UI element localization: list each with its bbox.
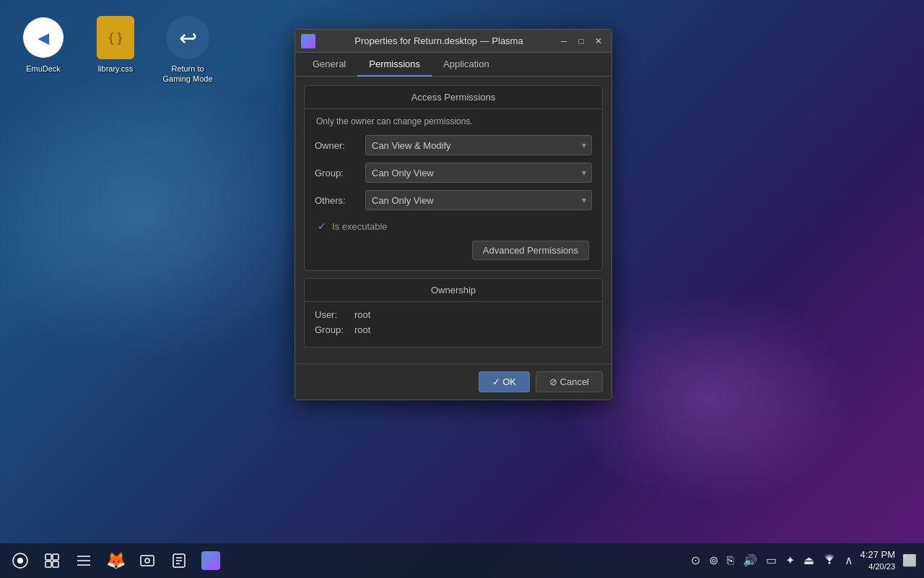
taskbar-icon-screenshot[interactable] xyxy=(133,546,162,575)
notes-icon xyxy=(171,553,187,569)
others-permission-select[interactable]: Can View & Modify Can Only View Forbidde… xyxy=(365,190,592,210)
desktop-icon-emudeck[interactable]: ◂ EmuDeck xyxy=(14,14,72,85)
screenshot-icon xyxy=(139,553,155,569)
executable-label: Is executable xyxy=(332,221,388,232)
taskbar-left: 🦊 xyxy=(6,546,225,575)
svg-rect-2 xyxy=(45,554,51,560)
plasma-taskbar-icon xyxy=(201,551,220,570)
taskbar-volume-icon[interactable]: 🔊 xyxy=(741,552,759,569)
others-select-wrapper: Can View & Modify Can Only View Forbidde… xyxy=(365,190,592,210)
svg-rect-4 xyxy=(45,561,51,567)
owner-permission-row: Owner: Can View & Modify Can Only View F… xyxy=(315,135,592,155)
group-permission-select[interactable]: Can View & Modify Can Only View Forbidde… xyxy=(365,163,592,183)
cancel-button[interactable]: ⊘ Cancel xyxy=(536,371,603,392)
library-css-icon-label: library.css xyxy=(98,64,134,74)
clock-date: 4/20/23 xyxy=(860,561,895,572)
taskbar: 🦊 ⊙ ⊚ ⎘ xyxy=(0,543,924,578)
advanced-permissions-button[interactable]: Advanced Permissions xyxy=(472,241,589,260)
svg-rect-5 xyxy=(53,561,58,567)
taskbar-icon-files[interactable] xyxy=(69,546,98,575)
emudeck-icon-inner: ◂ xyxy=(23,17,64,58)
taskbar-clock[interactable]: 4:27 PM 4/20/23 xyxy=(860,548,895,573)
dialog-controls: ─ □ ✕ xyxy=(557,34,606,48)
files-icon xyxy=(75,552,92,569)
steam-icon xyxy=(12,552,29,569)
tab-general[interactable]: General xyxy=(301,53,357,77)
tab-application[interactable]: Application xyxy=(432,53,501,77)
ownership-panel: Ownership User: root Group: root xyxy=(304,278,603,348)
ownership-title: Ownership xyxy=(305,279,602,302)
owner-label: Owner: xyxy=(315,140,365,151)
taskbar-icon-steam[interactable] xyxy=(6,546,35,575)
svg-point-9 xyxy=(828,561,830,564)
svg-rect-3 xyxy=(53,554,58,560)
owner-select-wrapper: Can View & Modify Can Only View Forbidde… xyxy=(365,135,592,155)
svg-point-7 xyxy=(145,558,149,563)
dialog-minimize-button[interactable]: ─ xyxy=(557,34,571,48)
taskbar-right: ⊙ ⊚ ⎘ 🔊 ▭ ✦ ⏏ ∧ 4:27 PM 4/20/23 ⬜ xyxy=(689,548,918,573)
dialog-content: Access Permissions Only the owner can ch… xyxy=(295,77,611,363)
access-permissions-title: Access Permissions xyxy=(305,86,602,109)
advanced-permissions-row: Advanced Permissions xyxy=(315,235,592,263)
desktop-icon-return-gaming[interactable]: ↩ Return toGaming Mode xyxy=(159,14,217,85)
desktop-icon-library-css[interactable]: library.css xyxy=(87,14,144,85)
group-ownership-row: Group: root xyxy=(315,324,592,335)
dialog-close-button[interactable]: ✕ xyxy=(591,34,606,48)
discover-icon xyxy=(43,552,61,569)
properties-dialog: Properties for Return.desktop — Plasma ─… xyxy=(295,29,612,400)
taskbar-clipboard-icon[interactable]: ⎘ xyxy=(725,553,736,569)
others-permission-row: Others: Can View & Modify Can Only View … xyxy=(315,190,592,210)
dialog-app-icon xyxy=(301,34,315,48)
library-css-icon-image xyxy=(92,14,139,61)
taskbar-expand-icon[interactable]: ∧ xyxy=(843,552,855,569)
emudeck-icon-label: EmuDeck xyxy=(26,64,61,74)
user-ownership-value: root xyxy=(354,309,370,320)
dialog-tabs: General Permissions Application xyxy=(295,53,611,77)
taskbar-icon-plasma[interactable] xyxy=(196,546,225,575)
access-permissions-body: Only the owner can change permissions. O… xyxy=(305,109,602,270)
others-label: Others: xyxy=(315,195,365,206)
group-ownership-label: Group: xyxy=(315,324,354,335)
return-gaming-icon-label: Return toGaming Mode xyxy=(162,64,212,85)
svg-point-1 xyxy=(17,558,23,564)
emudeck-icon-shape: ◂ xyxy=(23,17,64,58)
dialog-title: Properties for Return.desktop — Plasma xyxy=(321,35,557,46)
taskbar-steam-sys-icon[interactable]: ⊙ xyxy=(689,552,702,569)
emudeck-icon-image: ◂ xyxy=(20,14,66,61)
taskbar-audio-settings-icon[interactable]: ⊚ xyxy=(707,552,720,569)
dialog-buttons: ✓ OK ⊘ Cancel xyxy=(295,363,611,400)
user-ownership-row: User: root xyxy=(315,309,592,320)
taskbar-icon-firefox[interactable]: 🦊 xyxy=(101,546,130,575)
executable-checkmark-icon: ✓ xyxy=(318,220,326,232)
group-label: Group: xyxy=(315,168,365,178)
desktop-icons-container: ◂ EmuDeck library.css ↩ Return toGaming … xyxy=(14,14,217,85)
taskbar-icon-discover[interactable] xyxy=(38,546,66,575)
dialog-titlebar: Properties for Return.desktop — Plasma ─… xyxy=(295,30,611,53)
taskbar-bluetooth-icon[interactable]: ✦ xyxy=(784,552,796,569)
return-gaming-icon-image: ↩ xyxy=(165,14,211,61)
taskbar-screen-icon[interactable]: ⬜ xyxy=(901,552,918,569)
user-ownership-label: User: xyxy=(315,309,354,320)
owner-permission-select[interactable]: Can View & Modify Can Only View Forbidde… xyxy=(365,135,592,155)
taskbar-network-icon[interactable] xyxy=(821,553,837,569)
executable-row: ✓ Is executable xyxy=(318,217,592,235)
taskbar-icon-notes[interactable] xyxy=(165,546,193,575)
taskbar-battery-icon[interactable]: ▭ xyxy=(764,552,778,569)
access-permissions-panel: Access Permissions Only the owner can ch… xyxy=(304,85,603,271)
group-permission-row: Group: Can View & Modify Can Only View F… xyxy=(315,163,592,183)
desktop: ◂ EmuDeck library.css ↩ Return toGaming … xyxy=(0,0,924,578)
tab-permissions[interactable]: Permissions xyxy=(357,53,432,77)
ok-button[interactable]: ✓ OK xyxy=(479,371,530,392)
group-ownership-value: root xyxy=(354,324,370,335)
dialog-maximize-button[interactable]: □ xyxy=(574,34,588,48)
ownership-body: User: root Group: root xyxy=(305,302,602,347)
svg-rect-6 xyxy=(141,556,154,566)
network-wifi-icon xyxy=(823,554,836,564)
return-gaming-icon-shape: ↩ xyxy=(166,16,209,59)
group-select-wrapper: Can View & Modify Can Only View Forbidde… xyxy=(365,163,592,183)
permissions-note: Only the owner can change permissions. xyxy=(315,116,592,126)
clock-time: 4:27 PM xyxy=(860,548,895,561)
library-css-icon-shape xyxy=(97,16,134,59)
taskbar-usb-icon[interactable]: ⏏ xyxy=(802,552,816,569)
